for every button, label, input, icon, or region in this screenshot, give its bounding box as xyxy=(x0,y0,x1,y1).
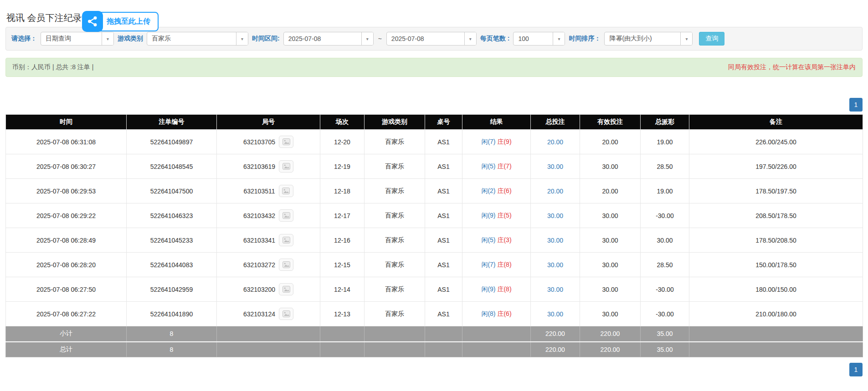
bet-records-table: 时间 注单编号 局号 场次 游戏类别 桌号 结果 总投注 有效投注 总派彩 备注… xyxy=(5,114,863,357)
header-note: 备注 xyxy=(689,115,863,130)
result-player: 闲(7) xyxy=(481,138,495,145)
cell-valid-bet: 30.00 xyxy=(580,154,641,179)
cell-note: 226.00/245.00 xyxy=(689,130,863,154)
cell-time: 2025-07-08 06:29:53 xyxy=(6,179,127,203)
page-size-select[interactable]: 100 ▾ xyxy=(513,32,565,46)
subtotal-label: 小计 xyxy=(6,326,127,342)
media-replay-icon xyxy=(282,163,290,170)
total-bet-link[interactable]: 30.00 xyxy=(547,163,563,170)
cell-table-no: AS1 xyxy=(425,130,462,154)
page-button-1[interactable]: 1 xyxy=(849,363,863,376)
replay-button[interactable] xyxy=(279,259,293,271)
query-button[interactable]: 查询 xyxy=(699,32,724,46)
cell-round: 632103341 xyxy=(217,228,320,253)
table-row: 2025-07-08 06:31:08 522641049897 6321037… xyxy=(6,130,863,154)
header-time: 时间 xyxy=(6,115,127,130)
game-type-select[interactable]: 百家乐 ▾ xyxy=(147,32,248,46)
cell-game-type: 百家乐 xyxy=(365,302,425,326)
replay-button[interactable] xyxy=(279,209,293,222)
round-number: 632103705 xyxy=(243,138,275,146)
sort-order-value: 降幂(由大到小) xyxy=(605,32,680,45)
replay-button[interactable] xyxy=(279,308,293,320)
cell-table-no: AS1 xyxy=(425,228,462,253)
cell-note: 178.50/197.50 xyxy=(689,179,863,203)
total-bet-link[interactable]: 30.00 xyxy=(547,237,563,244)
cell-table-no: AS1 xyxy=(425,302,462,326)
result-player: 闲(9) xyxy=(481,212,495,219)
pagination-top: 1 xyxy=(5,98,863,112)
chevron-down-icon: ▾ xyxy=(464,32,476,45)
cell-round: 632103705 xyxy=(217,130,320,154)
date-to-select[interactable]: 2025-07-08 ▾ xyxy=(386,32,477,46)
upload-dropzone[interactable]: 拖拽至此上传 xyxy=(82,11,159,32)
total-bet-link[interactable]: 20.00 xyxy=(547,138,563,146)
pagination-bottom: 1 xyxy=(5,363,863,382)
date-from-select[interactable]: 2025-07-08 ▾ xyxy=(283,32,374,46)
cell-round: 632103200 xyxy=(217,277,320,302)
cell-session: 12-14 xyxy=(320,277,365,302)
cell-time: 2025-07-08 06:31:08 xyxy=(6,130,127,154)
header-result: 结果 xyxy=(462,115,531,130)
cell-table-no: AS1 xyxy=(425,179,462,203)
cell-round: 632103432 xyxy=(217,203,320,228)
total-bet-link[interactable]: 30.00 xyxy=(547,261,563,269)
header-game-type: 游戏类别 xyxy=(365,115,425,130)
total-bet-link[interactable]: 30.00 xyxy=(547,310,563,318)
sort-order-select[interactable]: 降幂(由大到小) ▾ xyxy=(604,32,693,46)
cell-payout: -30.00 xyxy=(641,203,689,228)
cell-time: 2025-07-08 06:27:50 xyxy=(6,277,127,302)
replay-button[interactable] xyxy=(279,160,293,173)
sort-order-label: 时间排序： xyxy=(569,35,601,43)
replay-button[interactable] xyxy=(279,185,293,197)
grand-total-payout: 35.00 xyxy=(641,342,689,357)
total-bet-link[interactable]: 30.00 xyxy=(547,286,563,293)
header-table-no: 桌号 xyxy=(425,115,462,130)
cell-result: 闲(8) 庄(6) xyxy=(462,302,531,326)
cell-note: 150.00/178.50 xyxy=(689,253,863,277)
chevron-down-icon: ▾ xyxy=(553,32,565,45)
total-bet-link[interactable]: 30.00 xyxy=(547,212,563,219)
cell-result: 闲(7) 庄(8) xyxy=(462,253,531,277)
cell-game-type: 百家乐 xyxy=(365,130,425,154)
summary-bar: 币别：人民币 | 总共 :8 注单 | 同局有效投注，统一计算在该局第一张注单内 xyxy=(5,58,863,77)
cell-time: 2025-07-08 06:28:20 xyxy=(6,253,127,277)
header-session: 场次 xyxy=(320,115,365,130)
result-player: 闲(9) xyxy=(481,285,495,293)
cell-note: 197.50/226.00 xyxy=(689,154,863,179)
media-replay-icon xyxy=(282,212,290,219)
replay-button[interactable] xyxy=(279,283,293,295)
round-number: 632103619 xyxy=(243,163,275,170)
date-range-separator: ~ xyxy=(377,35,383,42)
cell-session: 12-15 xyxy=(320,253,365,277)
media-replay-icon xyxy=(282,310,290,317)
round-number: 632103272 xyxy=(243,261,275,269)
replay-button[interactable] xyxy=(279,234,293,246)
subtotal-valid-bet: 220.00 xyxy=(580,326,641,342)
cell-result: 闲(5) 庄(3) xyxy=(462,228,531,253)
cell-valid-bet: 20.00 xyxy=(580,179,641,203)
table-row: 2025-07-08 06:27:50 522641042959 6321032… xyxy=(6,277,863,302)
query-type-select[interactable]: 日期查询 ▾ xyxy=(41,32,114,46)
date-range-label: 时间区间: xyxy=(252,35,280,43)
replay-button[interactable] xyxy=(279,136,293,148)
total-bet-link[interactable]: 20.00 xyxy=(547,188,563,195)
cell-valid-bet: 30.00 xyxy=(580,302,641,326)
cell-bet-id: 522641041890 xyxy=(127,302,217,326)
date-from-value: 2025-07-08 xyxy=(284,32,361,45)
cell-result: 闲(2) 庄(6) xyxy=(462,179,531,203)
cell-payout: 30.00 xyxy=(641,228,689,253)
page-size-value: 100 xyxy=(514,32,553,45)
result-banker: 庄(8) xyxy=(497,285,511,293)
result-player: 闲(8) xyxy=(481,310,495,317)
cell-round: 632103124 xyxy=(217,302,320,326)
media-replay-icon xyxy=(282,286,290,293)
cell-note: 210.00/180.00 xyxy=(689,302,863,326)
table-row: 2025-07-08 06:27:22 522641041890 6321031… xyxy=(6,302,863,326)
cell-time: 2025-07-08 06:30:27 xyxy=(6,154,127,179)
cell-result: 闲(5) 庄(7) xyxy=(462,154,531,179)
table-row: 2025-07-08 06:28:49 522641045233 6321033… xyxy=(6,228,863,253)
chevron-down-icon: ▾ xyxy=(361,32,373,45)
round-number: 632103124 xyxy=(243,310,275,318)
cell-payout: 19.00 xyxy=(641,130,689,154)
page-button-1[interactable]: 1 xyxy=(849,98,863,112)
